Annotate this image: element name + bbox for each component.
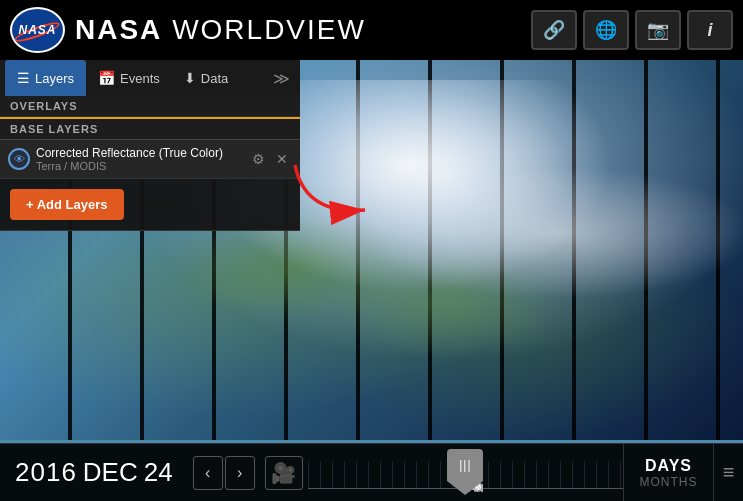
- video-button[interactable]: 🎥: [265, 456, 303, 490]
- date-month: DEC: [83, 457, 138, 488]
- overlays-header: OVERLAYS: [0, 96, 300, 117]
- tab-data[interactable]: ⬇ Data: [172, 60, 240, 96]
- next-date-button[interactable]: ›: [225, 456, 255, 490]
- date-display: 2016 DEC 24: [0, 457, 188, 488]
- layer-info: Corrected Reflectance (True Color) Terra…: [36, 146, 242, 172]
- events-tab-label: Events: [120, 71, 160, 86]
- layer-options-button[interactable]: ⚙: [248, 149, 268, 169]
- layer-item: 👁 Corrected Reflectance (True Color) Ter…: [0, 140, 300, 179]
- timeline-menu-button[interactable]: ≡: [713, 444, 743, 502]
- bottom-bar: 2016 DEC 24 ‹ › 🎥 ||| JAN DAYS: [0, 443, 743, 501]
- link-button[interactable]: 🔗: [531, 10, 577, 50]
- info-button[interactable]: i: [687, 10, 733, 50]
- eye-icon: 👁: [14, 153, 25, 165]
- layer-name: Corrected Reflectance (True Color): [36, 146, 242, 160]
- left-panel: ☰ Layers 📅 Events ⬇ Data ≫ OVERLAYS BASE…: [0, 60, 300, 231]
- data-tab-label: Data: [201, 71, 228, 86]
- timeline-area[interactable]: ||| JAN: [308, 444, 623, 501]
- globe-button[interactable]: 🌐: [583, 10, 629, 50]
- globe-icon: 🌐: [595, 19, 617, 41]
- events-tab-icon: 📅: [98, 70, 115, 86]
- data-tab-icon: ⬇: [184, 70, 196, 86]
- tab-events[interactable]: 📅 Events: [86, 60, 172, 96]
- nasa-logo: NASA: [10, 7, 65, 53]
- app-title: NASA WorldView: [75, 14, 366, 46]
- next-arrow-icon: ›: [237, 464, 242, 482]
- days-label: DAYS: [645, 457, 692, 475]
- prev-date-button[interactable]: ‹: [193, 456, 223, 490]
- playhead-handle: |||: [447, 449, 483, 481]
- timeline-playhead[interactable]: |||: [447, 449, 483, 495]
- nav-arrows: ‹ ›: [193, 456, 255, 490]
- expand-button[interactable]: ≫: [267, 64, 295, 92]
- months-label: MONTHS: [640, 475, 698, 489]
- playhead-arrow: [447, 481, 483, 495]
- header-buttons: 🔗 🌐 📷 i: [531, 10, 733, 50]
- screenshot-button[interactable]: 📷: [635, 10, 681, 50]
- header-bar: NASA NASA WorldView 🔗 🌐 📷 i: [0, 0, 743, 60]
- layers-tab-label: Layers: [35, 71, 74, 86]
- menu-icon: ≡: [723, 461, 735, 484]
- camera-icon: 📷: [647, 19, 669, 41]
- video-icon: 🎥: [271, 461, 296, 485]
- layer-subtitle: Terra / MODIS: [36, 160, 242, 172]
- nasa-logo-text: NASA: [18, 23, 56, 37]
- prev-arrow-icon: ‹: [205, 464, 210, 482]
- date-year: 2016: [15, 457, 77, 488]
- base-layers-header: BASE LAYERS: [0, 117, 300, 140]
- layers-panel: OVERLAYS BASE LAYERS 👁 Corrected Reflect…: [0, 96, 300, 231]
- days-months-panel: DAYS MONTHS: [623, 444, 713, 501]
- tab-bar: ☰ Layers 📅 Events ⬇ Data ≫: [0, 60, 300, 96]
- layer-remove-button[interactable]: ✕: [272, 149, 292, 169]
- layer-visibility-toggle[interactable]: 👁: [8, 148, 30, 170]
- layers-tab-icon: ☰: [17, 70, 30, 86]
- tab-layers[interactable]: ☰ Layers: [5, 60, 86, 96]
- link-icon: 🔗: [543, 19, 565, 41]
- date-day: 24: [144, 457, 173, 488]
- layer-actions: ⚙ ✕: [248, 149, 292, 169]
- add-layers-button[interactable]: + Add Layers: [10, 189, 124, 220]
- info-icon: i: [707, 20, 712, 41]
